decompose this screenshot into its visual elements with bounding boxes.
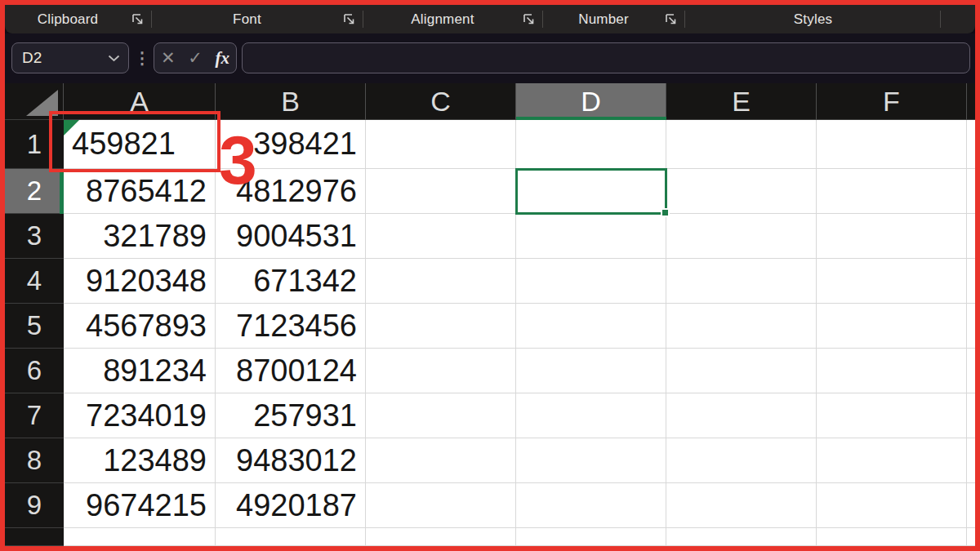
cell-F5[interactable] bbox=[817, 304, 967, 349]
cell-A9[interactable]: 9674215 bbox=[64, 483, 216, 528]
cell-F4[interactable] bbox=[817, 259, 967, 304]
cell-partial-2[interactable] bbox=[967, 169, 975, 214]
font-dialog-launcher-icon[interactable] bbox=[342, 12, 356, 26]
cell-E2[interactable] bbox=[666, 169, 817, 214]
chevron-down-icon[interactable] bbox=[108, 55, 120, 62]
cell-A8[interactable]: 123489 bbox=[64, 438, 216, 483]
cell-partial-4[interactable] bbox=[967, 259, 975, 304]
cell-C4[interactable] bbox=[366, 259, 516, 304]
cell-A5[interactable]: 4567893 bbox=[64, 304, 216, 349]
cell-B4[interactable]: 671342 bbox=[216, 259, 366, 304]
cell-B7[interactable]: 257931 bbox=[216, 393, 366, 438]
clipboard-dialog-launcher-icon[interactable] bbox=[131, 12, 145, 26]
cell-E8[interactable] bbox=[666, 438, 817, 483]
row-header-4[interactable]: 4 bbox=[5, 259, 64, 304]
cell-partial-3[interactable] bbox=[967, 214, 975, 259]
cell-B10-partial[interactable] bbox=[216, 528, 366, 546]
ribbon-strip: Clipboard Font Alignment Number bbox=[5, 5, 975, 33]
cell-E6[interactable] bbox=[666, 349, 817, 393]
cell-D3[interactable] bbox=[516, 214, 666, 259]
cell-F9[interactable] bbox=[817, 483, 967, 528]
cell-A3[interactable]: 321789 bbox=[64, 214, 216, 259]
row-header-5[interactable]: 5 bbox=[5, 304, 64, 349]
cell-C5[interactable] bbox=[366, 304, 516, 349]
cell-A6[interactable]: 891234 bbox=[64, 349, 216, 393]
cell-partial-7[interactable] bbox=[967, 393, 975, 438]
column-header-F[interactable]: F bbox=[817, 83, 967, 120]
row-header-2[interactable]: 2 bbox=[5, 169, 64, 214]
ribbon-group-font: Font bbox=[152, 5, 363, 33]
ribbon-group-label-font: Font bbox=[233, 11, 261, 28]
column-header-partial[interactable] bbox=[967, 83, 975, 120]
column-header-B[interactable]: B bbox=[216, 83, 366, 120]
cell-B9[interactable]: 4920187 bbox=[216, 483, 366, 528]
cell-E3[interactable] bbox=[666, 214, 817, 259]
cell-partial-1[interactable] bbox=[967, 120, 975, 169]
cell-D10-partial[interactable] bbox=[516, 528, 666, 546]
cell-E10-partial[interactable] bbox=[666, 528, 817, 546]
row-header-9[interactable]: 9 bbox=[5, 483, 64, 528]
cell-B5[interactable]: 7123456 bbox=[216, 304, 366, 349]
cell-F2[interactable] bbox=[817, 169, 967, 214]
cell-A2[interactable]: 8765412 bbox=[64, 169, 216, 214]
insert-function-icon[interactable]: fx bbox=[216, 48, 230, 69]
cell-partial-9[interactable] bbox=[967, 483, 975, 528]
formula-input[interactable] bbox=[242, 42, 970, 73]
row-header-3[interactable]: 3 bbox=[5, 214, 64, 259]
cell-partial-10[interactable] bbox=[967, 528, 975, 546]
cell-F8[interactable] bbox=[817, 438, 967, 483]
row-header-7[interactable]: 7 bbox=[5, 393, 64, 438]
cell-A7[interactable]: 7234019 bbox=[64, 393, 216, 438]
formula-bar-strip: D2 ⋮ ✕ ✓ fx bbox=[5, 33, 975, 83]
annotation-number: 3 bbox=[219, 126, 257, 194]
cell-D5[interactable] bbox=[516, 304, 666, 349]
cell-partial-6[interactable] bbox=[967, 349, 975, 393]
enter-icon[interactable]: ✓ bbox=[188, 48, 203, 68]
cell-D8[interactable] bbox=[516, 438, 666, 483]
cell-D1[interactable] bbox=[516, 120, 666, 169]
cell-D7[interactable] bbox=[516, 393, 666, 438]
cell-E4[interactable] bbox=[666, 259, 817, 304]
cell-E7[interactable] bbox=[666, 393, 817, 438]
cell-partial-5[interactable] bbox=[967, 304, 975, 349]
column-header-E[interactable]: E bbox=[666, 83, 817, 120]
cell-E9[interactable] bbox=[666, 483, 817, 528]
cell-C10-partial[interactable] bbox=[366, 528, 516, 546]
column-header-D[interactable]: D bbox=[516, 83, 666, 120]
row-header-6[interactable]: 6 bbox=[5, 349, 64, 393]
formula-buttons-group: ✕ ✓ fx bbox=[154, 42, 237, 73]
cell-B6[interactable]: 8700124 bbox=[216, 349, 366, 393]
cell-F3[interactable] bbox=[817, 214, 967, 259]
cell-C7[interactable] bbox=[366, 393, 516, 438]
cell-D9[interactable] bbox=[516, 483, 666, 528]
cell-E5[interactable] bbox=[666, 304, 817, 349]
cell-A4[interactable]: 9120348 bbox=[64, 259, 216, 304]
cell-A10-partial[interactable] bbox=[64, 528, 216, 546]
cell-C8[interactable] bbox=[366, 438, 516, 483]
cell-D6[interactable] bbox=[516, 349, 666, 393]
cell-C3[interactable] bbox=[366, 214, 516, 259]
cell-C9[interactable] bbox=[366, 483, 516, 528]
cell-C2[interactable] bbox=[366, 169, 516, 214]
cell-E1[interactable] bbox=[666, 120, 817, 169]
cell-B3[interactable]: 9004531 bbox=[216, 214, 366, 259]
cell-D2[interactable] bbox=[516, 169, 666, 214]
fill-handle[interactable] bbox=[661, 208, 670, 217]
cell-F10-partial[interactable] bbox=[817, 528, 967, 546]
cell-F7[interactable] bbox=[817, 393, 967, 438]
cell-C6[interactable] bbox=[366, 349, 516, 393]
cancel-icon[interactable]: ✕ bbox=[161, 48, 176, 68]
cell-C1[interactable] bbox=[366, 120, 516, 169]
formula-bar-grip-dots-icon[interactable]: ⋮ bbox=[136, 42, 149, 73]
cell-F6[interactable] bbox=[817, 349, 967, 393]
name-box[interactable]: D2 bbox=[11, 42, 129, 73]
cell-B8[interactable]: 9483012 bbox=[216, 438, 366, 483]
number-dialog-launcher-icon[interactable] bbox=[664, 12, 678, 26]
cell-D4[interactable] bbox=[516, 259, 666, 304]
cell-F1[interactable] bbox=[817, 120, 967, 169]
cell-partial-8[interactable] bbox=[967, 438, 975, 483]
alignment-dialog-launcher-icon[interactable] bbox=[522, 12, 536, 26]
column-header-C[interactable]: C bbox=[366, 83, 516, 120]
row-header-partial[interactable] bbox=[5, 528, 64, 546]
row-header-8[interactable]: 8 bbox=[5, 438, 64, 483]
